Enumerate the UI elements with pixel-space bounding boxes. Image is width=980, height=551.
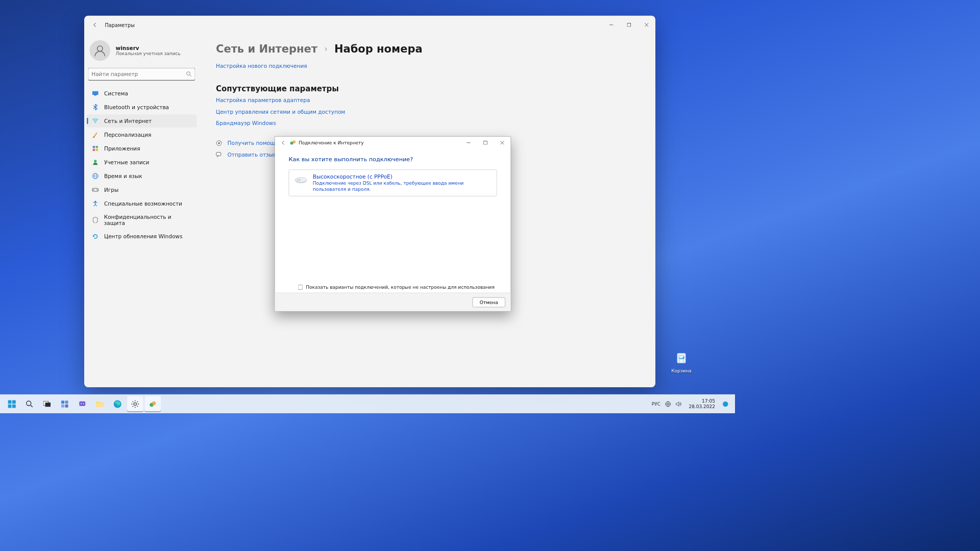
sidebar-item-bluetooth[interactable]: Bluetooth и устройства	[87, 101, 197, 114]
gaming-icon	[92, 186, 99, 193]
sidebar-nav: Система Bluetooth и устройства Сеть и Ин…	[87, 87, 197, 243]
show-unconfigured-input[interactable]	[298, 285, 303, 290]
sidebar-item-network[interactable]: Сеть и Интернет	[87, 114, 197, 128]
notifications-button[interactable]	[720, 396, 731, 412]
sidebar-item-label: Специальные возможности	[104, 201, 182, 207]
minimize-button[interactable]	[603, 18, 621, 33]
system-tray[interactable]: РУС	[649, 401, 684, 407]
apps-icon	[92, 145, 99, 152]
widgets-button[interactable]	[57, 396, 73, 412]
svg-point-52	[81, 403, 82, 404]
svg-rect-51	[79, 401, 85, 406]
wizard-maximize-button[interactable]	[477, 137, 494, 148]
accounts-icon	[92, 159, 99, 166]
svg-rect-9	[94, 95, 97, 96]
svg-point-27	[218, 142, 220, 144]
svg-point-38	[299, 179, 300, 180]
window-title: Параметры	[105, 22, 135, 28]
account-block[interactable]: winserv Локальная учетная запись	[87, 38, 197, 66]
new-connection-link[interactable]: Настройка нового подключения	[216, 63, 640, 69]
svg-point-56	[134, 403, 136, 405]
svg-point-37	[297, 179, 298, 180]
svg-point-53	[83, 403, 84, 404]
wizard-close-button[interactable]	[494, 137, 511, 148]
svg-line-62	[137, 406, 138, 407]
sidebar-item-privacy[interactable]: Конфиденциальность и защита	[87, 211, 197, 229]
search-box[interactable]	[88, 68, 195, 81]
network-icon	[92, 117, 99, 124]
sidebar-item-label: Время и язык	[104, 173, 142, 179]
svg-line-63	[137, 401, 138, 402]
svg-rect-2	[627, 23, 631, 27]
adapter-settings-link[interactable]: Настройка параметров адаптера	[216, 97, 640, 104]
svg-point-23	[96, 189, 97, 190]
sidebar-item-apps[interactable]: Приложения	[87, 142, 197, 155]
network-tray-icon[interactable]	[665, 401, 671, 407]
wizard-back-button[interactable]	[278, 137, 289, 148]
svg-rect-46	[45, 403, 51, 407]
svg-point-30	[292, 140, 296, 143]
sidebar-item-time-language[interactable]: Время и язык	[87, 169, 197, 183]
give-feedback-label: Отправить отзыв	[228, 152, 277, 158]
wizard-app-icon	[289, 139, 297, 146]
file-explorer-button[interactable]	[92, 396, 108, 412]
personalization-icon	[92, 131, 99, 138]
svg-point-16	[94, 160, 96, 162]
avatar-icon	[90, 40, 111, 61]
sidebar-item-system[interactable]: Система	[87, 87, 197, 100]
search-input[interactable]	[91, 71, 186, 77]
recycle-bin-label: Корзина	[671, 368, 692, 374]
sidebar-item-label: Учетные записи	[104, 159, 149, 165]
show-unconfigured-checkbox[interactable]: Показать варианты подключений, которые н…	[275, 284, 511, 293]
volume-tray-icon[interactable]	[676, 401, 682, 407]
wizard-footer: Отмена	[275, 293, 511, 311]
cancel-button[interactable]: Отмена	[472, 297, 505, 307]
chevron-right-icon: ›	[324, 44, 327, 54]
svg-rect-8	[92, 91, 99, 95]
breadcrumb-current: Набор номера	[334, 42, 423, 55]
settings-taskbar-button[interactable]	[127, 396, 143, 412]
modem-icon	[295, 175, 308, 185]
sidebar-item-accounts[interactable]: Учетные записи	[87, 156, 197, 169]
svg-rect-14	[93, 149, 95, 152]
sidebar-item-gaming[interactable]: Игры	[87, 183, 197, 196]
svg-rect-15	[96, 149, 99, 152]
search-icon	[186, 71, 192, 77]
sidebar-item-label: Приложения	[104, 145, 140, 152]
broadband-pppoe-option[interactable]: Высокоскоростное (с PPPoE) Подключение ч…	[289, 169, 497, 196]
sidebar-item-label: Центр обновления Windows	[104, 234, 182, 240]
svg-rect-49	[61, 404, 64, 407]
accessibility-icon	[92, 200, 99, 207]
chat-button[interactable]	[75, 396, 91, 412]
sidebar-item-windows-update[interactable]: Центр обновления Windows	[87, 230, 197, 243]
svg-rect-40	[12, 400, 16, 404]
desktop-recycle-bin[interactable]: Корзина	[666, 348, 697, 374]
maximize-button[interactable]	[620, 18, 638, 33]
svg-point-70	[723, 401, 728, 407]
close-button[interactable]	[638, 18, 656, 33]
svg-rect-13	[96, 146, 99, 148]
breadcrumb-root[interactable]: Сеть и Интернет	[216, 42, 317, 55]
sidebar-item-personalization[interactable]: Персонализация	[87, 128, 197, 141]
start-button[interactable]	[4, 396, 20, 412]
recycle-bin-icon	[672, 348, 691, 367]
svg-point-24	[97, 190, 98, 191]
sidebar-item-label: Bluetooth и устройства	[104, 104, 169, 110]
wizard-taskbar-button[interactable]	[145, 396, 161, 412]
clock-date: 28.03.2022	[689, 404, 715, 410]
search-button[interactable]	[21, 396, 38, 412]
clock[interactable]: 17:05 28.03.2022	[687, 398, 718, 410]
wizard-minimize-button[interactable]	[460, 137, 477, 148]
edge-button[interactable]	[110, 396, 126, 412]
network-sharing-center-link[interactable]: Центр управления сетями и общим доступом	[216, 109, 640, 115]
language-indicator[interactable]: РУС	[652, 401, 660, 407]
account-type: Локальная учетная запись	[116, 51, 181, 57]
windows-firewall-link[interactable]: Брандмауэр Windows	[216, 120, 640, 127]
back-button[interactable]	[90, 20, 100, 30]
related-settings-header: Сопутствующие параметры	[216, 84, 640, 93]
sidebar-item-accessibility[interactable]: Специальные возможности	[87, 197, 197, 210]
sidebar-item-label: Сеть и Интернет	[104, 118, 152, 124]
svg-rect-12	[93, 146, 95, 148]
account-name: winserv	[116, 45, 181, 51]
task-view-button[interactable]	[39, 396, 56, 412]
